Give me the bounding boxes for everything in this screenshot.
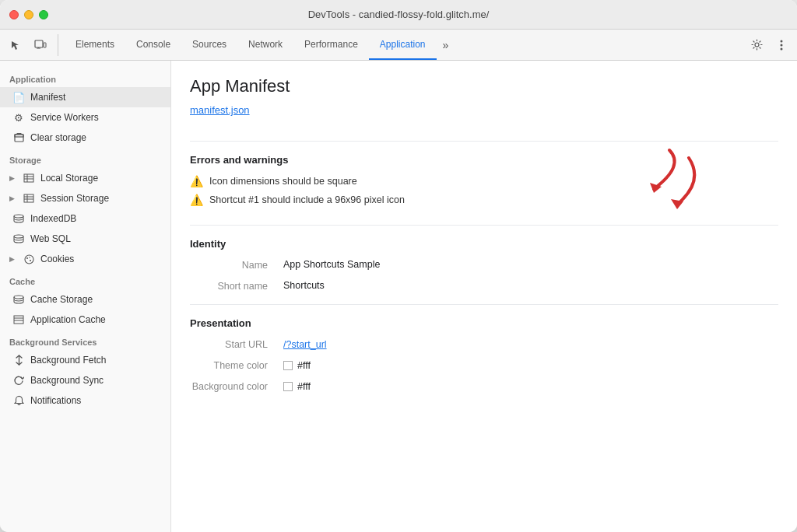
sidebar-item-clear-storage[interactable]: Clear storage bbox=[0, 128, 170, 148]
short-name-label: Short name bbox=[190, 280, 283, 292]
sidebar-item-label: Notifications bbox=[30, 395, 81, 406]
svg-rect-1 bbox=[44, 43, 46, 47]
sidebar-item-cookies[interactable]: ▶ Cookies bbox=[0, 249, 170, 269]
warning-text-1: Icon dimensions should be square bbox=[209, 176, 357, 187]
manifest-icon: 📄 bbox=[12, 91, 25, 103]
start-url-link[interactable]: /?start_url bbox=[283, 339, 327, 350]
sidebar-item-label: Clear storage bbox=[30, 132, 86, 143]
titlebar-buttons bbox=[9, 10, 48, 19]
errors-section: Errors and warnings ⚠️ Icon dimensions s… bbox=[190, 154, 778, 212]
warning-icon-2: ⚠️ bbox=[190, 194, 203, 206]
titlebar: DevTools - candied-flossy-fold.glitch.me… bbox=[0, 0, 797, 30]
local-storage-icon bbox=[23, 172, 35, 184]
warning-icon-1: ⚠️ bbox=[190, 175, 203, 187]
sidebar-section-cache: Cache bbox=[0, 269, 170, 289]
sidebar-item-notifications[interactable]: Notifications bbox=[0, 390, 170, 411]
sidebar-item-manifest[interactable]: 📄 Manifest bbox=[0, 87, 170, 107]
close-button[interactable] bbox=[9, 10, 19, 19]
clear-storage-icon bbox=[12, 131, 25, 144]
svg-point-30 bbox=[18, 396, 19, 397]
sidebar-item-label: Session Storage bbox=[40, 193, 109, 204]
background-sync-icon bbox=[12, 374, 25, 387]
sidebar-item-label: Background Fetch bbox=[30, 355, 106, 366]
tab-network[interactable]: Network bbox=[237, 30, 293, 60]
name-value: App Shortcuts Sample bbox=[283, 259, 778, 271]
start-url-label: Start URL bbox=[190, 338, 283, 350]
expand-icon: ▶ bbox=[9, 255, 17, 263]
expand-icon: ▶ bbox=[9, 174, 17, 182]
tab-console[interactable]: Console bbox=[125, 30, 181, 60]
tab-sources[interactable]: Sources bbox=[181, 30, 237, 60]
svg-point-21 bbox=[25, 255, 33, 264]
sidebar-item-indexeddb[interactable]: IndexedDB bbox=[0, 208, 170, 229]
sidebar-item-session-storage[interactable]: ▶ Session Storage bbox=[0, 188, 170, 208]
sidebar-item-label: Background Sync bbox=[30, 375, 104, 386]
sidebar-item-label: Service Workers bbox=[30, 112, 99, 123]
web-sql-icon bbox=[12, 233, 25, 245]
presentation-table: Start URL /?start_url Theme color #fff B… bbox=[190, 338, 778, 392]
theme-color-swatch[interactable] bbox=[283, 361, 293, 370]
tab-application[interactable]: Application bbox=[369, 30, 437, 60]
window-title: DevTools - candied-flossy-fold.glitch.me… bbox=[308, 9, 490, 20]
sidebar-item-label: Application Cache bbox=[30, 314, 106, 325]
sidebar-item-label: Manifest bbox=[30, 92, 65, 103]
svg-point-23 bbox=[30, 260, 31, 261]
sidebar-item-label: Web SQL bbox=[30, 233, 71, 244]
sidebar-section-bg-services: Background Services bbox=[0, 330, 170, 350]
svg-rect-9 bbox=[15, 135, 23, 137]
sidebar-item-cache-storage[interactable]: Cache Storage bbox=[0, 289, 170, 310]
svg-point-20 bbox=[14, 235, 23, 238]
bg-color-swatch[interactable] bbox=[283, 382, 293, 391]
service-workers-icon: ⚙ bbox=[12, 111, 25, 124]
sidebar-item-service-workers[interactable]: ⚙ Service Workers bbox=[0, 107, 170, 128]
toolbar-icons bbox=[5, 34, 58, 56]
sidebar-item-web-sql[interactable]: Web SQL bbox=[0, 229, 170, 249]
maximize-button[interactable] bbox=[39, 10, 48, 19]
sidebar: Application 📄 Manifest ⚙ Service Workers… bbox=[0, 61, 171, 532]
warning-row-1: ⚠️ Icon dimensions should be square bbox=[190, 175, 778, 187]
page-title: App Manifest bbox=[190, 76, 778, 96]
sidebar-section-application: Application bbox=[0, 67, 170, 87]
svg-rect-15 bbox=[24, 194, 33, 202]
presentation-heading: Presentation bbox=[190, 317, 778, 329]
manifest-link[interactable]: manifest.json bbox=[190, 104, 250, 116]
cursor-icon[interactable] bbox=[5, 34, 26, 56]
svg-rect-26 bbox=[14, 316, 23, 324]
sidebar-item-local-storage[interactable]: ▶ Local Storage bbox=[0, 168, 170, 188]
sidebar-item-application-cache[interactable]: Application Cache bbox=[0, 310, 170, 330]
sidebar-item-background-fetch[interactable]: Background Fetch bbox=[0, 350, 170, 370]
main-layout: Application 📄 Manifest ⚙ Service Workers… bbox=[0, 61, 797, 532]
sidebar-item-label: Cache Storage bbox=[30, 294, 93, 305]
application-cache-icon bbox=[12, 313, 25, 326]
settings-icon[interactable] bbox=[746, 34, 767, 56]
errors-heading: Errors and warnings bbox=[190, 154, 778, 166]
device-icon[interactable] bbox=[30, 34, 51, 56]
identity-heading: Identity bbox=[190, 238, 778, 250]
sidebar-item-background-sync[interactable]: Background Sync bbox=[0, 370, 170, 390]
svg-rect-0 bbox=[35, 40, 43, 47]
svg-point-25 bbox=[14, 296, 23, 299]
svg-point-22 bbox=[26, 257, 28, 259]
svg-rect-8 bbox=[15, 135, 23, 142]
sidebar-section-storage: Storage bbox=[0, 148, 170, 168]
svg-point-24 bbox=[29, 257, 30, 257]
divider-2 bbox=[190, 225, 778, 226]
session-storage-icon bbox=[23, 192, 35, 205]
theme-color-label: Theme color bbox=[190, 359, 283, 371]
identity-table: Name App Shortcuts Sample Short name Sho… bbox=[190, 259, 778, 292]
svg-point-19 bbox=[14, 215, 23, 218]
tab-elements[interactable]: Elements bbox=[65, 30, 125, 60]
devtools-window: DevTools - candied-flossy-fold.glitch.me… bbox=[0, 0, 797, 532]
svg-rect-11 bbox=[24, 174, 33, 182]
warning-row-2: ⚠️ Shortcut #1 should include a 96x96 pi… bbox=[190, 194, 778, 206]
minimize-button[interactable] bbox=[24, 10, 33, 19]
tabs-bar: Elements Console Sources Network Perform… bbox=[65, 30, 746, 60]
bg-color-label: Background color bbox=[190, 380, 283, 392]
tab-performance[interactable]: Performance bbox=[293, 30, 369, 60]
svg-point-4 bbox=[755, 43, 759, 47]
expand-icon: ▶ bbox=[9, 194, 17, 202]
tab-overflow-button[interactable]: » bbox=[437, 39, 455, 51]
theme-color-value: #fff bbox=[283, 359, 778, 371]
more-options-icon[interactable] bbox=[771, 34, 792, 56]
bg-color-value: #fff bbox=[283, 380, 778, 392]
